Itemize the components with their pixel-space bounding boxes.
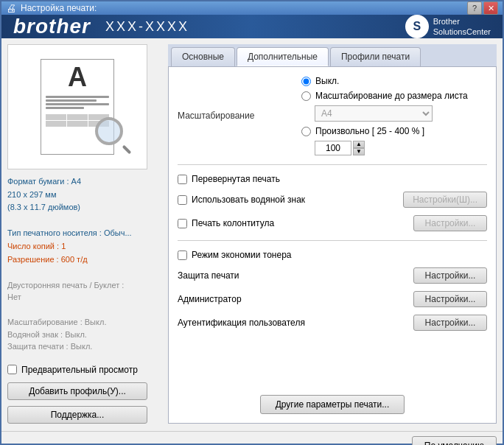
solutions-center: S Brother SolutionsCenter xyxy=(405,15,491,38)
bottom-divider xyxy=(1,431,503,432)
scaling-label: Масштабирование xyxy=(178,111,295,121)
magnifier-handle xyxy=(122,145,132,155)
support-button[interactable]: Поддержка... xyxy=(7,406,147,424)
solutions-line2: SolutionsCenter xyxy=(433,27,491,37)
spinner-buttons: ▲ ▼ xyxy=(353,141,365,155)
other-params-container: Другие параметры печати... xyxy=(178,395,487,414)
watermark-label: Использовать водяной знак xyxy=(192,195,305,205)
preview-checkbox[interactable] xyxy=(7,365,17,374)
solutions-line1: Brother xyxy=(433,16,491,27)
scaling-off-label: Выкл. xyxy=(315,76,339,86)
duplex-label-info: Двусторонняя печать / Буклет : xyxy=(7,279,162,292)
scaling-custom-label: Произвольно [ 25 - 400 % ] xyxy=(315,126,424,136)
resolution-info: Разрешение : 600 т/д xyxy=(7,253,162,267)
preview-line-1 xyxy=(46,96,109,98)
preview-area: A xyxy=(7,44,147,169)
print-protect-row: Защита печати Настройки... xyxy=(178,267,487,284)
default-button[interactable]: По умолчанию xyxy=(412,436,497,445)
tab-profiles[interactable]: Профили печати xyxy=(330,47,421,66)
header-bar: brother XXX-XXXX S Brother SolutionsCent… xyxy=(1,15,503,38)
admin-label: Администратор xyxy=(178,294,295,304)
add-profile-button[interactable]: Добавить профиль(У)... xyxy=(7,382,147,400)
header-footer-checkbox[interactable] xyxy=(178,219,187,228)
scaling-off-radio[interactable] xyxy=(301,77,311,86)
title-bar: 🖨 Настройка печати: ? ✕ xyxy=(1,1,503,15)
model-name: XXX-XXXX xyxy=(105,19,189,35)
print-protect-info: Защита печати : Выкл. xyxy=(7,340,162,353)
print-protect-label: Защита печати xyxy=(178,270,295,281)
scaling-off-row: Выкл. xyxy=(301,76,468,86)
scaling-fit-select[interactable]: A4 xyxy=(315,105,433,122)
info-panel: Формат бумаги : A4 210 x 297 мм (8.3 x 1… xyxy=(7,172,162,356)
preview-magnifier xyxy=(95,117,132,154)
preview-lines xyxy=(46,96,109,109)
scaling-value-input[interactable] xyxy=(315,141,351,155)
admin-row: Администратор Настройки... xyxy=(178,291,487,307)
watermark-checkbox[interactable] xyxy=(178,195,187,205)
main-content: A xyxy=(1,38,503,430)
toner-save-label: Режим экономии тонера xyxy=(192,250,292,260)
divider-1 xyxy=(178,164,487,165)
brand-logo: brother xyxy=(13,15,91,38)
header-footer-label: Печать колонтитула xyxy=(192,218,274,228)
tab-content-advanced: Масштабирование Выкл. Масштабирование до… xyxy=(168,66,497,424)
scaling-fit-label: Масштабирование до размера листа xyxy=(315,91,468,101)
printer-icon: 🖨 xyxy=(6,2,16,14)
header-footer-row: Печать колонтитула Настройки... xyxy=(178,215,487,231)
watermark-settings-button[interactable]: Настройки(Ш)... xyxy=(403,192,487,208)
watermark-check-row: Использовать водяной знак xyxy=(178,195,305,205)
admin-settings-button[interactable]: Настройки... xyxy=(413,291,487,307)
preview-cell xyxy=(67,121,88,127)
paper-size-info: 210 x 297 мм xyxy=(7,189,162,202)
tab-advanced[interactable]: Дополнительные xyxy=(237,47,329,66)
auth-settings-button[interactable]: Настройки... xyxy=(413,315,487,331)
media-type-info: Тип печатного носителя : Обыч... xyxy=(7,227,162,240)
bottom-area: По умолчанию ОК Отмена Применить Справка xyxy=(1,430,503,445)
scaling-fit-row: Масштабирование до размера листа xyxy=(301,91,468,101)
spinner-up[interactable]: ▲ xyxy=(353,141,365,148)
auth-label: Аутентификация пользователя xyxy=(178,318,305,328)
watermark-row: Использовать водяной знак Настройки(Ш)..… xyxy=(178,192,487,208)
mirror-checkbox[interactable] xyxy=(178,175,187,184)
window-title: Настройка печати: xyxy=(21,3,97,13)
solutions-text: Brother SolutionsCenter xyxy=(433,16,491,38)
preview-cell xyxy=(46,121,66,127)
preview-cell xyxy=(46,114,66,120)
paper-format-info: Формат бумаги : A4 xyxy=(7,175,162,189)
solutions-icon: S xyxy=(405,15,429,38)
title-bar-controls: ? ✕ xyxy=(467,1,498,15)
copies-info: Число копий : 1 xyxy=(7,240,162,253)
print-protect-settings-button[interactable]: Настройки... xyxy=(413,267,487,284)
header-footer-settings-button[interactable]: Настройки... xyxy=(413,215,487,231)
scaling-custom-radio[interactable] xyxy=(301,127,311,136)
tab-basic[interactable]: Основные xyxy=(171,47,235,66)
paper-size-inch-info: (8.3 x 11.7 дюймов) xyxy=(7,201,162,214)
preview-label: Предварительный просмотр xyxy=(21,365,138,375)
preview-check-row: Предварительный просмотр xyxy=(7,365,162,375)
preview-line-4 xyxy=(46,107,84,109)
toner-save-row: Режим экономии тонера xyxy=(178,250,487,260)
right-panel: Основные Дополнительные Профили печати М… xyxy=(168,44,497,424)
scaling-fit-radio[interactable] xyxy=(301,91,311,101)
scaling-spinner-row: ▲ ▼ xyxy=(315,141,468,155)
magnifier-circle xyxy=(95,117,123,145)
title-bar-left: 🖨 Настройка печати: xyxy=(6,2,97,14)
help-button[interactable]: ? xyxy=(467,1,482,15)
other-params-button[interactable]: Другие параметры печати... xyxy=(260,395,405,414)
close-button[interactable]: ✕ xyxy=(483,1,498,15)
preview-line-3 xyxy=(46,103,109,105)
preview-cell xyxy=(67,114,88,120)
tabs: Основные Дополнительные Профили печати xyxy=(168,44,497,66)
mirror-row: Перевернутая печать xyxy=(178,174,487,184)
preview-line-2 xyxy=(46,99,97,102)
default-btn-row: По умолчанию xyxy=(1,433,503,445)
mirror-label: Перевернутая печать xyxy=(192,174,280,184)
preview-letter: A xyxy=(46,64,109,91)
watermark-info: Водяной знак : Выкл. xyxy=(7,329,162,341)
spinner-down[interactable]: ▼ xyxy=(353,148,365,155)
auth-row: Аутентификация пользователя Настройки... xyxy=(178,315,487,331)
scaling-row: Масштабирование Выкл. Масштабирование до… xyxy=(178,76,487,155)
main-window: 🖨 Настройка печати: ? ✕ brother XXX-XXXX… xyxy=(0,0,504,445)
scaling-custom-row: Произвольно [ 25 - 400 % ] xyxy=(301,126,468,136)
toner-save-checkbox[interactable] xyxy=(178,250,187,260)
